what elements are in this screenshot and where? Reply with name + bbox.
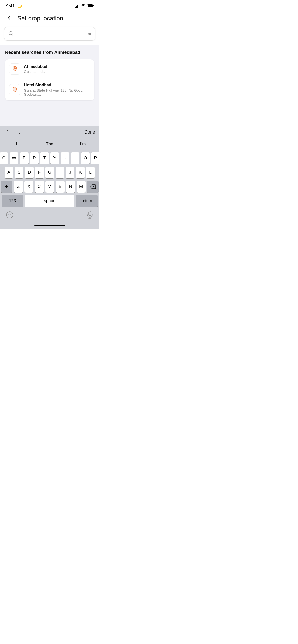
svg-rect-1 (93, 5, 94, 6)
key-t[interactable]: T (40, 152, 49, 164)
shift-key[interactable] (1, 181, 12, 193)
key-n[interactable]: N (66, 181, 75, 193)
key-p[interactable]: P (91, 152, 99, 164)
search-area (0, 27, 99, 45)
location-history-icon-wrap-2 (9, 84, 20, 95)
key-e[interactable]: E (20, 152, 29, 164)
battery-icon (87, 4, 94, 8)
text-cursor (88, 33, 91, 35)
svg-point-8 (8, 214, 9, 215)
result-name-2: Hotel Sindbad (24, 83, 90, 87)
list-item[interactable]: Hotel Sindbad Gujarat State Highway 138,… (5, 79, 94, 100)
key-d[interactable]: D (25, 167, 34, 178)
search-icon (8, 31, 13, 37)
search-input[interactable] (16, 31, 86, 36)
backspace-key[interactable] (87, 181, 99, 193)
svg-rect-10 (89, 211, 91, 216)
svg-rect-2 (88, 4, 93, 7)
recent-searches-title: Recent searches from Ahmedabad (5, 50, 94, 55)
autocomplete-item-2[interactable]: The (33, 138, 66, 150)
key-o[interactable]: O (81, 152, 90, 164)
signal-icon (75, 4, 79, 8)
key-w[interactable]: W (10, 152, 18, 164)
location-history-icon-wrap (9, 63, 20, 75)
keyboard-prev-button[interactable]: ⌃ (4, 129, 11, 135)
key-v[interactable]: V (45, 181, 54, 193)
search-box[interactable] (4, 27, 95, 41)
key-g[interactable]: G (45, 167, 54, 178)
svg-point-9 (10, 214, 11, 215)
autocomplete-item-1[interactable]: I (0, 138, 33, 150)
key-i[interactable]: I (71, 152, 79, 164)
status-icons (75, 4, 94, 8)
keyboard-next-button[interactable]: ⌄ (16, 129, 23, 135)
numbers-key[interactable]: 123 (2, 195, 23, 207)
page-header: Set drop location (0, 11, 99, 27)
keyboard-emoji-row (1, 208, 99, 223)
key-m[interactable]: M (77, 181, 86, 193)
keyboard-done-button[interactable]: Done (84, 129, 95, 135)
svg-point-6 (15, 89, 15, 89)
key-b[interactable]: B (56, 181, 65, 193)
keyboard: Q W E R T Y U I O P A S D F G H J K L Z … (0, 150, 99, 229)
return-key[interactable]: return (76, 195, 98, 207)
status-time: 9:41 🌙 (6, 4, 22, 9)
back-button[interactable] (5, 14, 13, 23)
autocomplete-item-3[interactable]: I'm (66, 138, 99, 150)
home-indicator (1, 223, 99, 228)
result-text-2: Hotel Sindbad Gujarat State Highway 138,… (24, 83, 90, 96)
home-bar (34, 225, 65, 226)
moon-icon: 🌙 (17, 4, 22, 8)
list-item[interactable]: Ahmedabad Gujarat, India (5, 59, 94, 79)
keyboard-nav-buttons: ⌃ ⌄ (4, 129, 23, 135)
key-f[interactable]: F (35, 167, 44, 178)
svg-point-5 (15, 68, 15, 68)
key-r[interactable]: R (30, 152, 39, 164)
key-s[interactable]: S (15, 167, 23, 178)
result-address: Gujarat, India (24, 70, 47, 74)
page-title: Set drop location (17, 15, 63, 22)
key-h[interactable]: H (56, 167, 64, 178)
key-j[interactable]: J (66, 167, 74, 178)
microphone-button[interactable] (85, 210, 94, 221)
autocomplete-bar: I The I'm (0, 138, 99, 150)
results-card: Ahmedabad Gujarat, India Hotel Sindbad G… (5, 59, 94, 100)
keyboard-row-3: Z X C V B N M (1, 181, 99, 193)
key-z[interactable]: Z (14, 181, 23, 193)
svg-point-7 (6, 212, 13, 218)
keyboard-bottom-row: 123 space return (1, 195, 99, 207)
key-k[interactable]: K (76, 167, 85, 178)
keyboard-row-1: Q W E R T Y U I O P (1, 152, 99, 164)
result-name: Ahmedabad (24, 64, 47, 69)
space-key[interactable]: space (25, 195, 74, 207)
result-text: Ahmedabad Gujarat, India (24, 64, 47, 74)
key-q[interactable]: Q (0, 152, 8, 164)
keyboard-toolbar: ⌃ ⌄ Done (0, 126, 99, 138)
key-l[interactable]: L (86, 167, 95, 178)
result-address-2: Gujarat State Highway 138, Nr. Govt. God… (24, 88, 90, 96)
status-bar: 9:41 🌙 (0, 0, 99, 11)
key-a[interactable]: A (5, 167, 13, 178)
recent-searches-section: Recent searches from Ahmedabad Ahmedabad… (0, 45, 99, 126)
key-y[interactable]: Y (50, 152, 59, 164)
key-c[interactable]: C (35, 181, 44, 193)
key-u[interactable]: U (61, 152, 69, 164)
key-x[interactable]: X (24, 181, 33, 193)
wifi-icon (81, 4, 86, 8)
emoji-button[interactable] (5, 210, 15, 221)
keyboard-row-2: A S D F G H J K L (1, 167, 99, 178)
